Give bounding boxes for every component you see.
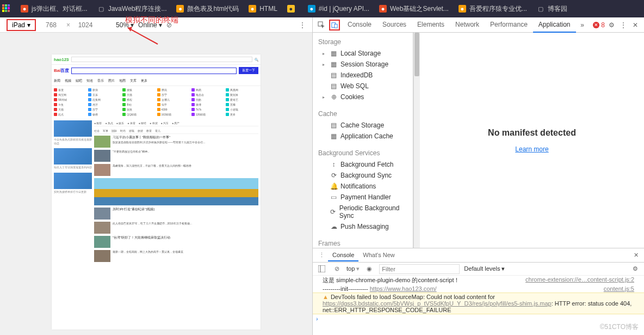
apps-grid-icon[interactable]	[2, 4, 11, 13]
site-link[interactable]: 虎牙	[88, 103, 121, 106]
inspect-icon[interactable]	[317, 21, 326, 29]
category-tab[interactable]: 时尚	[120, 129, 126, 132]
site-link[interactable]: 腾讯	[157, 88, 190, 92]
site-link[interactable]: 携程	[122, 98, 155, 101]
devtools-tab-console[interactable]: Console	[342, 17, 377, 33]
nav-link[interactable]: 贴吧	[76, 78, 82, 83]
site-link[interactable]: B站	[122, 103, 155, 106]
settings-icon[interactable]: ⚙	[607, 21, 616, 29]
app-sidebar-item[interactable]: ▤Cache Storage	[313, 120, 413, 131]
browser-tab[interactable]: ▢JavaWeb程序连接...	[93, 1, 171, 16]
inline-link[interactable]: https://www.hao123.com/	[370, 285, 437, 292]
site-link[interactable]: 7k7k	[191, 108, 224, 111]
site-link[interactable]: 国美	[122, 108, 155, 111]
site-link[interactable]: 知乎	[157, 103, 190, 106]
browser-tab[interactable]: ●HTML	[244, 1, 282, 16]
category-tab[interactable]: ● 娱乐	[116, 121, 124, 125]
side-card[interactable]: 实时热搜榜单排行今日更新	[54, 173, 92, 195]
app-sidebar-item[interactable]: ▭Payment Handler	[313, 192, 413, 203]
baidu-search-input[interactable]	[71, 68, 237, 74]
category-tab[interactable]: 旅游	[138, 129, 143, 132]
devtools-tab-sources[interactable]: Sources	[377, 17, 412, 33]
eye-icon[interactable]: ◉	[365, 265, 374, 273]
site-link[interactable]: 更多	[226, 113, 258, 116]
learn-more-link[interactable]: Learn more	[515, 145, 548, 153]
site-link[interactable]: QQ邮箱	[122, 113, 155, 116]
top-search[interactable]	[71, 57, 252, 62]
category-tab[interactable]: ● 推荐	[94, 121, 102, 125]
source-link[interactable]: chrome-extension://e…content-script.js:2	[525, 276, 634, 284]
nav-link[interactable]: 地图	[119, 78, 126, 83]
app-sidebar-item[interactable]: ▤Web SQL	[313, 81, 413, 92]
nav-link[interactable]: 新闻	[54, 78, 60, 83]
console-prompt[interactable]: ›	[313, 314, 644, 323]
site-link[interactable]: 凤凰网	[226, 88, 258, 92]
category-tab[interactable]: 军事	[103, 129, 108, 132]
drawer-menu-icon[interactable]: ⋮	[317, 251, 326, 260]
drawer-tab[interactable]: Console	[328, 249, 358, 261]
zoom-select[interactable]: 50%▾	[116, 21, 134, 29]
device-select[interactable]: iPad▾	[7, 19, 36, 31]
no-throttle-icon[interactable]: ⊘	[166, 21, 172, 29]
article-item[interactable]: 最新一期，全程高能，网上大热的高手一贯认真，全场爆笑	[94, 250, 258, 262]
site-link[interactable]: 天猫	[122, 93, 155, 96]
browser-tab[interactable]: ●js弹出框、对话框...	[16, 1, 92, 16]
site-link[interactable]: 纵横	[88, 113, 121, 116]
width-input[interactable]	[40, 21, 62, 29]
category-tab[interactable]: ● 财经	[139, 121, 146, 125]
app-sidebar-item[interactable]: ▸⊕Cookies	[313, 92, 413, 102]
site-link[interactable]: 苏宁	[88, 108, 121, 111]
simulated-page[interactable]: hao123 🔍 Bai百度 百度一下 新闻视频贴吧知道音乐图片地图文库更多 百…	[52, 54, 261, 330]
devtools-tab-network[interactable]: Network	[450, 17, 485, 33]
clear-console-icon[interactable]: ⊘	[332, 265, 341, 273]
site-link[interactable]: 搜狐	[122, 88, 155, 92]
category-tab[interactable]: 游戏	[129, 129, 134, 132]
more-options-icon[interactable]: ⋮	[299, 21, 306, 29]
site-link[interactable]: 去哪儿	[157, 98, 190, 101]
app-sidebar-item[interactable]: ↕Background Fetch	[313, 159, 413, 170]
site-link[interactable]: 淘宝网	[54, 93, 86, 96]
source-link[interactable]: content.js:5	[604, 285, 634, 292]
devtools-tab-performance[interactable]: Performance	[485, 17, 533, 33]
category-tab[interactable]: ● 科技	[150, 121, 157, 125]
device-toggle-icon[interactable]	[329, 20, 340, 31]
site-link[interactable]: 天猫	[54, 108, 86, 111]
article-item[interactable]: "不要轻易放过任何机会"精神...	[94, 150, 258, 162]
article-item[interactable]: 鸟瞰视角，深入读懂北京，不妨下载，坐看天边人间的那一幅画卷	[94, 164, 258, 176]
browser-tab[interactable]: ●吾爱程序猿专业优...	[454, 1, 531, 16]
devtools-tab-elements[interactable]: Elements	[412, 17, 450, 33]
browser-tab[interactable]: ●颜色表及html代码	[172, 1, 243, 16]
site-link[interactable]: 网易	[191, 88, 224, 92]
inline-link[interactable]: https://dgss3.bdstatic.com/5bVWsj_p_tVS5…	[323, 300, 552, 307]
app-sidebar-item[interactable]: ▤IndexedDB	[313, 70, 413, 81]
nav-link[interactable]: 视频	[65, 78, 71, 83]
nav-link[interactable]: 音乐	[97, 78, 104, 83]
category-tab[interactable]: 国际	[112, 129, 117, 132]
app-sidebar-item[interactable]: ▦Application Cache	[313, 131, 413, 142]
close-devtools-icon[interactable]: ✕	[631, 21, 640, 29]
browser-tab[interactable]: ●	[283, 1, 302, 16]
app-sidebar-item[interactable]: ☁Push Messaging	[313, 221, 413, 232]
site-link[interactable]: 起点	[54, 113, 86, 116]
category-tab[interactable]: ● 房产	[172, 121, 179, 125]
site-link[interactable]: 百度	[54, 88, 86, 92]
site-link[interactable]: 新浪	[88, 88, 121, 92]
context-select[interactable]: top ▾	[346, 265, 360, 272]
site-link[interactable]: 优酷	[191, 98, 224, 101]
side-card[interactable]: 知名人士专访深度报道系列内容	[54, 148, 92, 170]
category-tab[interactable]: 育儿	[155, 129, 160, 132]
article-item[interactable]: 习近平的小康故事丨"我很期盼的一件事"脱贫攻坚战取得全面胜利 开启乡村振兴新征程…	[94, 136, 258, 148]
app-sidebar-item[interactable]: ▸▦Local Storage	[313, 48, 413, 59]
app-sidebar-item[interactable]: ▸▦Session Storage	[313, 59, 413, 70]
site-link[interactable]: 58同城	[54, 98, 86, 101]
console-filter-input[interactable]	[379, 264, 460, 274]
side-card[interactable]: 今日头条热点新闻资讯推送最新动态	[54, 120, 92, 146]
site-link[interactable]: 微博	[191, 103, 224, 106]
site-link[interactable]: 163邮箱	[157, 113, 190, 116]
more-tabs-icon[interactable]: »	[578, 21, 587, 29]
featured-image[interactable]	[94, 178, 258, 205]
nav-link[interactable]: 图片	[108, 78, 115, 83]
site-link[interactable]: 赶集网	[88, 98, 121, 101]
nav-link[interactable]: 文库	[130, 78, 137, 83]
network-select[interactable]: Online▾	[138, 21, 162, 29]
